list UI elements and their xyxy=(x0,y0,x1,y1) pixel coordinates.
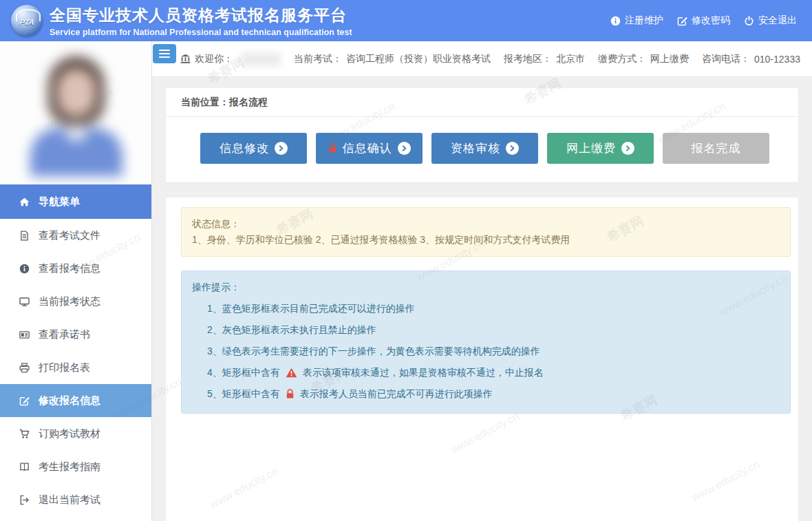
step-registration-complete-button: 报名完成 xyxy=(663,133,769,164)
welcome-bar: 欢迎你： 当前考试：咨询工程师（投资）职业资格考试 报考地区：北京市 缴费方式：… xyxy=(152,41,812,77)
document-icon xyxy=(19,231,30,241)
sidebar-item-label: 修改报名信息 xyxy=(39,394,100,407)
sidebar-item-view-commitment-letter[interactable]: 查看承诺书 xyxy=(0,318,151,351)
info-circle-icon xyxy=(19,264,30,274)
tip-text: 表示该项审核未通过，如果是资格审核不通过，中止报名 xyxy=(303,365,544,379)
page-title: 全国专业技术人员资格考试报名服务平台 xyxy=(50,5,352,26)
arrow-circle-icon xyxy=(398,142,411,155)
link-safe-logout[interactable]: 安全退出 xyxy=(744,14,797,27)
tip-text: 2、灰色矩形框表示未执行且禁止的操作 xyxy=(207,323,376,337)
payment-value: 网上缴费 xyxy=(650,53,689,65)
breadcrumb-label: 当前位置： xyxy=(181,96,229,109)
tip-item: 1、蓝色矩形框表示目前已完成还可以进行的操作 xyxy=(192,301,780,315)
payment-method: 缴费方式：网上缴费 xyxy=(598,53,689,65)
logo-text: PTA xyxy=(19,18,34,26)
sidebar-item-view-registration-info[interactable]: 查看报考信息 xyxy=(0,252,151,285)
exam-value: 咨询工程师（投资）职业资格考试 xyxy=(346,53,491,65)
region-value: 北京市 xyxy=(556,53,585,65)
tips-title: 操作提示： xyxy=(192,280,780,294)
payment-label: 缴费方式： xyxy=(598,53,646,65)
step-label: 网上缴费 xyxy=(566,140,616,156)
sidebar-item-label: 考生报考指南 xyxy=(39,460,100,474)
tip-text: 5、矩形框中含有 xyxy=(207,387,280,401)
tip-text: 3、绿色表示考生需要进行的下一步操作，为黄色表示需要等待机构完成的操作 xyxy=(207,344,540,358)
arrow-circle-icon xyxy=(506,142,519,155)
sidebar-item-view-exam-files[interactable]: 查看考试文件 xyxy=(0,219,151,252)
lock-icon xyxy=(328,143,337,153)
sign-out-icon xyxy=(19,495,30,505)
current-exam: 当前考试：咨询工程师（投资）职业资格考试 xyxy=(294,53,491,65)
sidebar-item-label: 退出当前考试 xyxy=(39,493,100,507)
exam-label: 当前考试： xyxy=(294,53,342,65)
card-icon xyxy=(19,330,30,340)
book-icon xyxy=(19,462,30,472)
power-icon xyxy=(744,16,754,26)
link-label: 安全退出 xyxy=(758,14,797,27)
sidebar-item-label: 查看承诺书 xyxy=(39,328,90,341)
edit-icon xyxy=(677,16,687,26)
step-online-payment-button[interactable]: 网上缴费 xyxy=(547,133,654,164)
info-circle-icon xyxy=(610,16,621,26)
tip-text: 4、矩形框中含有 xyxy=(207,365,280,379)
header-links: 注册维护 修改密码 安全退出 xyxy=(610,14,797,27)
status-title: 状态信息： xyxy=(192,216,780,232)
status-content: 1、身份、学历和学位已核验 2、已通过报考资格核验 3、按规定时间和方式支付考试… xyxy=(192,232,780,248)
sidebar: 导航菜单 查看考试文件 查看报考信息 当前报考状态 查看承诺书 打印报名表 修改… xyxy=(0,41,152,521)
step-label: 信息修改 xyxy=(220,140,269,156)
tip-text: 1、蓝色矩形框表示目前已完成还可以进行的操作 xyxy=(207,301,415,315)
arrow-circle-icon xyxy=(275,142,288,155)
sidebar-nav-header[interactable]: 导航菜单 xyxy=(0,184,151,219)
edit-icon xyxy=(19,396,30,406)
step-label: 报名完成 xyxy=(692,140,741,156)
sidebar-item-candidate-guide[interactable]: 考生报考指南 xyxy=(0,450,151,483)
sidebar-item-exit-current-exam[interactable]: 退出当前考试 xyxy=(0,483,151,516)
monitor-icon xyxy=(19,297,30,307)
link-label: 修改密码 xyxy=(692,14,730,27)
welcome-label: 欢迎你： xyxy=(195,53,233,65)
welcome-greeting: 欢迎你： xyxy=(180,53,233,65)
user-name-redacted xyxy=(241,52,281,66)
step-qualification-review-button[interactable]: 资格审核 xyxy=(431,133,538,164)
step-label: 信息确认 xyxy=(343,140,392,156)
sidebar-menu: 查看考试文件 查看报考信息 当前报考状态 查看承诺书 打印报名表 修改报名信息 … xyxy=(0,219,151,516)
consult-phone: 咨询电话：010-12333 xyxy=(702,53,800,65)
sidebar-item-modify-registration-info[interactable]: 修改报名信息 xyxy=(0,384,151,417)
process-panel: 当前位置：报名流程 信息修改 信息确认 资格审核 网上缴费 报名完成 xyxy=(166,88,798,182)
step-info-modify-button[interactable]: 信息修改 xyxy=(200,133,307,164)
sidebar-item-label: 查看报考信息 xyxy=(39,262,100,275)
sidebar-item-label: 订购考试教材 xyxy=(39,427,100,440)
sidebar-item-print-registration-form[interactable]: 打印报名表 xyxy=(0,351,151,384)
bank-icon xyxy=(180,54,191,64)
sidebar-item-label: 查看考试文件 xyxy=(39,229,100,242)
region-label: 报考地区： xyxy=(504,53,552,65)
nav-header-label: 导航菜单 xyxy=(39,195,80,209)
brand: PTA 全国专业技术人员资格考试报名服务平台 Service platform … xyxy=(11,5,352,37)
exam-region: 报考地区：北京市 xyxy=(504,53,585,65)
user-photo xyxy=(0,41,151,184)
process-steps-row: 信息修改 信息确认 资格审核 网上缴费 报名完成 xyxy=(166,117,798,182)
lock-icon xyxy=(286,389,295,399)
main-content: 欢迎你： 当前考试：咨询工程师（投资）职业资格考试 报考地区：北京市 缴费方式：… xyxy=(152,41,812,521)
pta-logo-icon: PTA xyxy=(11,5,43,36)
sidebar-item-label: 打印报名表 xyxy=(39,361,90,374)
sidebar-toggle-button[interactable] xyxy=(153,44,176,63)
sidebar-item-order-exam-materials[interactable]: 订购考试教材 xyxy=(0,417,151,450)
status-info-box: 状态信息： 1、身份、学历和学位已核验 2、已通过报考资格核验 3、按规定时间和… xyxy=(181,207,791,257)
link-change-password[interactable]: 修改密码 xyxy=(677,14,730,27)
tip-item: 5、矩形框中含有 表示报考人员当前已完成不可再进行此项操作 xyxy=(192,387,780,401)
warning-icon xyxy=(286,368,297,378)
tip-text: 表示报考人员当前已完成不可再进行此项操作 xyxy=(300,387,493,401)
sidebar-item-current-status[interactable]: 当前报考状态 xyxy=(0,285,151,318)
link-label: 注册维护 xyxy=(625,14,663,27)
app-header: PTA 全国专业技术人员资格考试报名服务平台 Service platform … xyxy=(0,0,812,41)
user-photo-blurred xyxy=(18,51,133,176)
arrow-circle-icon xyxy=(621,142,634,155)
operation-tips-box: 操作提示： 1、蓝色矩形框表示目前已完成还可以进行的操作 2、灰色矩形框表示未执… xyxy=(181,270,791,414)
page-subtitle: Service platform for National Profession… xyxy=(50,28,352,37)
step-info-confirm-button[interactable]: 信息确认 xyxy=(316,133,423,164)
breadcrumb-value: 报名流程 xyxy=(229,96,268,109)
sidebar-item-label: 当前报考状态 xyxy=(39,295,100,308)
link-register-maintenance[interactable]: 注册维护 xyxy=(610,14,663,27)
breadcrumb: 当前位置：报名流程 xyxy=(166,88,798,117)
tip-item: 4、矩形框中含有 表示该项审核未通过，如果是资格审核不通过，中止报名 xyxy=(192,365,780,379)
